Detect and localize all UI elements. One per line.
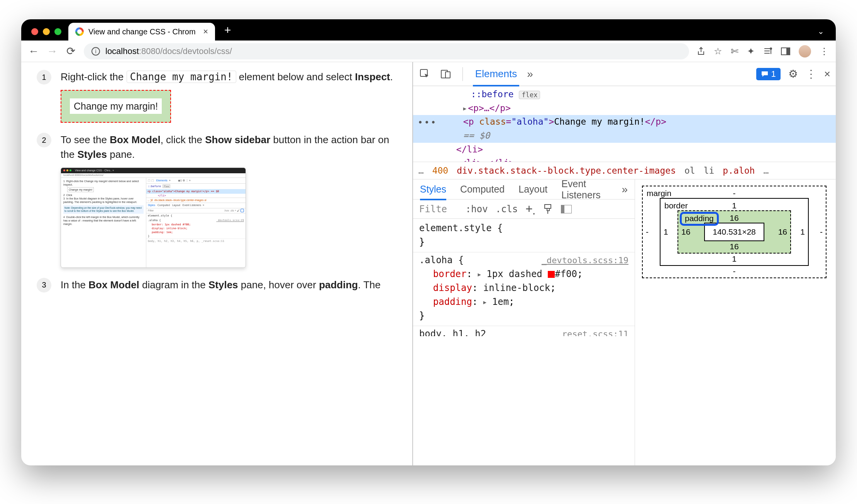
back-button[interactable]: ← <box>28 45 39 58</box>
cls-toggle[interactable]: .cls <box>496 204 518 215</box>
paint-brush-icon[interactable] <box>543 204 553 215</box>
tab-elements[interactable]: Elements <box>473 68 519 86</box>
demo-element-wrap: Change my margin! <box>61 90 171 123</box>
devtools-panel: Elements » 1 ⚙ ⋮ × ::before flex ▶<p>…</… <box>412 62 836 465</box>
dom-tree[interactable]: ::before flex ▶<p>…</p> ••• <p class="al… <box>413 86 836 162</box>
bm-margin[interactable]: margin - - - - border 1 1 1 1 <box>642 186 827 278</box>
rendered-page: 1 Right-click the Change my margin! elem… <box>21 62 412 465</box>
svg-point-0 <box>770 48 772 49</box>
url-path: /docs/devtools/css/ <box>160 46 232 56</box>
step1-text-a: Right-click the <box>61 71 127 83</box>
svg-rect-6 <box>545 205 551 208</box>
new-tab-button[interactable]: + <box>215 24 241 41</box>
extensions-icon[interactable]: ✦ <box>747 46 755 57</box>
crumb-p[interactable]: p.aloh <box>723 166 755 176</box>
forward-button[interactable]: → <box>47 45 58 58</box>
tab-event-listeners[interactable]: Event Listeners <box>561 178 608 201</box>
url-host: localhost <box>105 46 139 56</box>
crumb-ol[interactable]: ol <box>684 166 695 176</box>
bm-padding[interactable]: padding 16 16 16 16 140.531×28 <box>677 210 791 254</box>
hov-toggle[interactable]: :hov <box>466 204 488 215</box>
code-chip: Change my margin! <box>127 71 236 83</box>
expand-icon[interactable]: ▶ <box>463 105 466 112</box>
url-port: :8080 <box>139 46 160 56</box>
reload-button[interactable]: ⟳ <box>65 45 76 58</box>
close-tab-icon[interactable]: × <box>203 27 208 37</box>
toolbar-right: ☆ ✄ ✦ ⋮ <box>697 45 829 58</box>
step1-inspect: Inspect <box>355 71 390 83</box>
rule-body[interactable]: body, h1, h2 _reset.scss:11 <box>413 326 635 336</box>
tab-title: View and change CSS - Chrom <box>88 27 198 36</box>
styles-lower: Styles Computed Layout Event Listeners »… <box>413 179 836 465</box>
step1-text-b: element below and select <box>239 71 355 83</box>
rule-aloha[interactable]: .aloha { _devtools.scss:19 border: ▶ 1px… <box>413 252 635 326</box>
window-controls <box>29 28 68 41</box>
step-1: 1 Right-click the Change my margin! elem… <box>37 70 403 123</box>
box-model-diagram[interactable]: margin - - - - border 1 1 1 1 <box>642 186 827 278</box>
devtools-close-icon[interactable]: × <box>824 68 830 80</box>
svg-rect-5 <box>445 72 450 78</box>
styles-pane: Styles Computed Layout Event Listeners »… <box>413 179 635 465</box>
settings-icon[interactable]: ⚙ <box>788 68 798 80</box>
padding-highlight-ring: padding <box>680 212 719 226</box>
chrome-favicon <box>75 27 84 36</box>
inspect-element-icon[interactable] <box>418 68 432 81</box>
show-sidebar-button[interactable] <box>561 205 572 213</box>
style-rules[interactable]: element.style { } .aloha { _devtools.scs… <box>413 219 635 465</box>
scissors-icon[interactable]: ✄ <box>731 46 738 57</box>
svg-rect-2 <box>787 48 790 55</box>
profile-avatar[interactable] <box>799 45 811 58</box>
rule-element-style[interactable]: element.style { } <box>413 220 635 252</box>
step-number: 1 <box>37 70 51 85</box>
crumb-div[interactable]: div.stack.stack--block.type.center-image… <box>457 166 676 176</box>
side-panel-icon[interactable] <box>781 47 790 55</box>
close-window-button[interactable] <box>31 28 38 35</box>
step-number: 3 <box>37 278 51 293</box>
menu-icon[interactable]: ⋮ <box>820 46 829 57</box>
styles-tabs: Styles Computed Layout Event Listeners » <box>413 179 635 200</box>
screenshot-thumbnail: View and change CSS - Chro.. × localhost… <box>61 167 246 268</box>
tab-list-chevron-icon[interactable]: ⌄ <box>806 27 836 41</box>
more-styles-tabs-icon[interactable]: » <box>622 183 628 196</box>
tab-computed[interactable]: Computed <box>460 184 505 195</box>
crumb-li[interactable]: li <box>704 166 715 176</box>
reading-list-icon[interactable] <box>763 47 772 56</box>
reveal-hidden-icon[interactable]: ••• <box>418 116 437 130</box>
more-tabs-icon[interactable]: » <box>527 68 533 80</box>
dom-breadcrumbs[interactable]: … 400 div.stack.stack--block.type.center… <box>413 162 836 179</box>
tab-styles[interactable]: Styles <box>420 184 446 200</box>
bm-border[interactable]: border 1 1 1 1 padding 16 16 16 <box>660 198 809 266</box>
zoom-window-button[interactable] <box>54 28 61 35</box>
address-bar[interactable]: i localhost:8080/docs/devtools/css/ <box>84 43 689 59</box>
step-3: 3 In the Box Model diagram in the Styles… <box>37 278 403 293</box>
share-icon[interactable] <box>697 47 705 56</box>
step-2: 2 To see the Box Model, click the Show s… <box>37 133 403 267</box>
tab-strip: View and change CSS - Chrom × + ⌄ <box>21 19 836 41</box>
styles-action-bar: Filte :hov .cls +▾ <box>413 200 635 219</box>
step-number: 2 <box>37 133 51 147</box>
site-info-icon[interactable]: i <box>91 47 100 56</box>
styles-filter-input[interactable]: Filte <box>419 204 458 215</box>
content-area: 1 Right-click the Change my margin! elem… <box>21 62 836 465</box>
flex-badge[interactable]: flex <box>519 91 540 99</box>
source-link[interactable]: _devtools.scss:19 <box>542 254 628 267</box>
new-style-rule-button[interactable]: +▾ <box>525 202 535 216</box>
devtools-menu-icon[interactable]: ⋮ <box>806 68 816 80</box>
issues-badge[interactable]: 1 <box>756 68 780 80</box>
browser-window: View and change CSS - Chrom × + ⌄ ← → ⟳ … <box>21 19 836 465</box>
devtools-toolbar: Elements » 1 ⚙ ⋮ × <box>413 62 836 86</box>
browser-tab[interactable]: View and change CSS - Chrom × <box>68 23 215 41</box>
url-toolbar: ← → ⟳ i localhost:8080/docs/devtools/css… <box>21 41 836 62</box>
bookmark-icon[interactable]: ☆ <box>714 46 722 57</box>
box-model-pane: margin - - - - border 1 1 1 1 <box>635 179 836 465</box>
selected-dom-node[interactable]: ••• <p class="aloha">Change my margin!</… <box>413 115 836 142</box>
tab-layout[interactable]: Layout <box>518 184 547 195</box>
minimize-window-button[interactable] <box>43 28 50 35</box>
color-swatch[interactable] <box>548 271 555 278</box>
demo-element[interactable]: Change my margin! <box>70 98 162 114</box>
device-toggle-icon[interactable] <box>439 68 452 81</box>
